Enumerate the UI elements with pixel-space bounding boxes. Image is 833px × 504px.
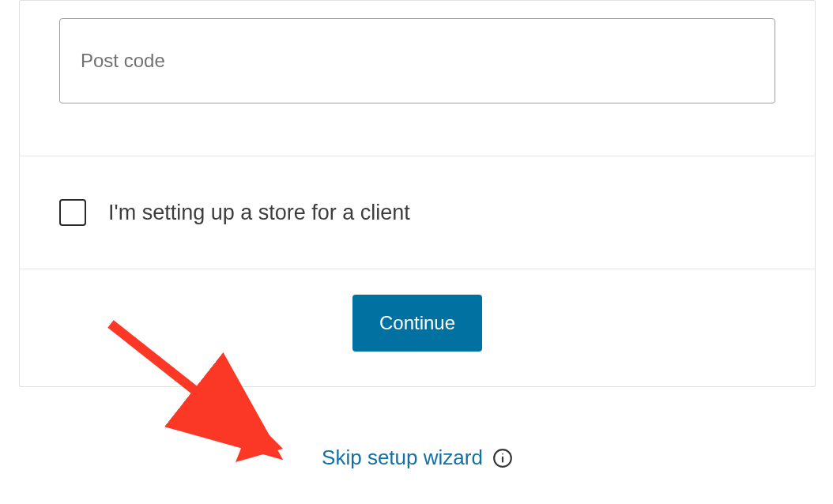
skip-row: Skip setup wizard	[19, 446, 816, 470]
info-icon[interactable]	[492, 448, 513, 468]
client-checkbox[interactable]	[59, 199, 86, 226]
client-checkbox-label: I'm setting up a store for a client	[108, 201, 410, 225]
continue-button[interactable]: Continue	[352, 295, 482, 352]
client-checkbox-section: I'm setting up a store for a client	[20, 156, 815, 269]
postcode-input[interactable]	[59, 18, 775, 103]
svg-point-2	[502, 453, 503, 454]
postcode-section	[20, 1, 815, 156]
continue-section: Continue	[20, 269, 815, 386]
skip-setup-link[interactable]: Skip setup wizard	[322, 446, 483, 470]
setup-card: I'm setting up a store for a client Cont…	[19, 0, 816, 387]
